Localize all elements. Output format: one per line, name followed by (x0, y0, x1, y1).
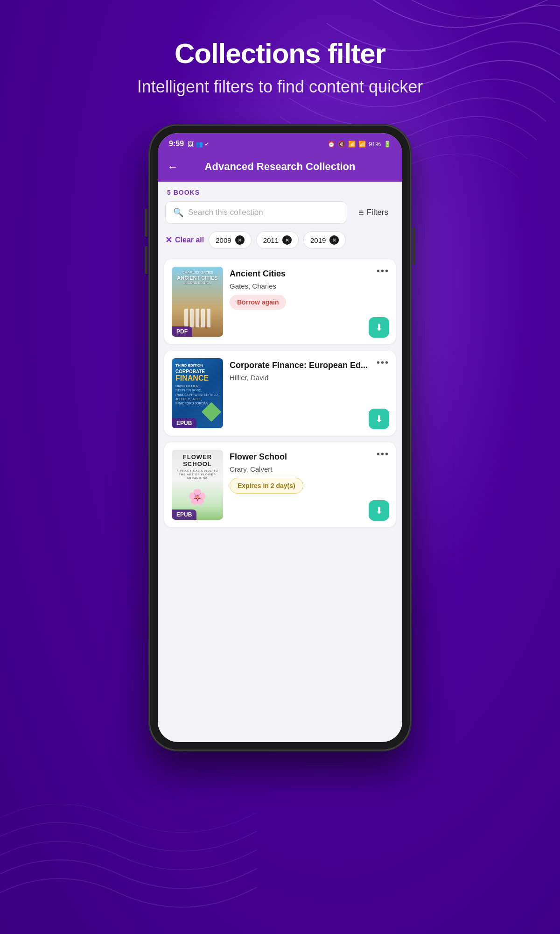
clear-x-icon: ✕ (165, 235, 172, 245)
filter-chip-2019: 2019 ✕ (303, 231, 346, 249)
download-icon: ⬇ (375, 322, 383, 333)
status-bar: 9:59 🖼 👥 ✓ ⏰ 🔇 📶 📶 91% 🔋 (158, 133, 402, 154)
book-author-flower: Crary, Calvert (230, 465, 388, 473)
book-title-flower: Flower School (230, 452, 388, 462)
mute-icon: 🔇 (338, 141, 345, 148)
book-info-ancient-cities: ••• Ancient Cities Gates, Charles Borrow… (230, 267, 388, 337)
download-icon: ⬇ (375, 505, 383, 516)
cover-title-corporate: third edition CORPORATE FINANCE David Hi… (175, 364, 219, 405)
filters-button[interactable]: ≡ Filters (352, 202, 395, 224)
search-box[interactable]: 🔍 Search this collection (165, 201, 347, 224)
nav-title: Advanced Research Collection (186, 161, 374, 173)
download-button-corporate[interactable]: ⬇ (369, 409, 389, 429)
download-icon: ⬇ (375, 413, 383, 425)
books-count-section: 5 BOOKS (158, 182, 402, 201)
expires-button: Expires in 2 day(s) (230, 478, 303, 494)
filter-label: Filters (367, 208, 388, 217)
cover-title-ancient: Charles Gates ANCIENT CITIES Second Edit… (172, 270, 223, 285)
phone-frame: 9:59 🖼 👥 ✓ ⏰ 🔇 📶 📶 91% 🔋 ← Advanced Rese… (149, 125, 411, 750)
volume-up-button (145, 209, 147, 237)
phone-screen: 9:59 🖼 👥 ✓ ⏰ 🔇 📶 📶 91% 🔋 ← Advanced Rese… (158, 133, 402, 742)
filter-chip-2011: 2011 ✕ (256, 231, 299, 249)
format-badge-ancient: PDF (172, 326, 192, 337)
status-right-icons: ⏰ 🔇 📶 📶 91% 🔋 (328, 141, 391, 148)
book-author-corporate: Hillier, David (230, 374, 388, 382)
chip-remove-2011[interactable]: ✕ (282, 235, 292, 245)
book-cover-ancient-cities: Charles Gates ANCIENT CITIES Second Edit… (172, 267, 223, 337)
phone-mockup: 9:59 🖼 👥 ✓ ⏰ 🔇 📶 📶 91% 🔋 ← Advanced Rese… (0, 125, 560, 750)
filter-chip-2009: 2009 ✕ (209, 231, 251, 249)
book-title-ancient: Ancient Cities (230, 269, 388, 279)
status-time: 9:59 (169, 140, 184, 148)
chip-year-2009: 2009 (216, 236, 231, 244)
filter-chips-row: ✕ Clear all 2009 ✕ 2011 ✕ 2019 ✕ (158, 229, 402, 255)
books-list: Charles Gates ANCIENT CITIES Second Edit… (158, 255, 402, 531)
filter-icon: ≡ (358, 207, 364, 218)
book-info-flower-school: ••• Flower School Crary, Calvert Expires… (230, 450, 388, 520)
chip-year-2011: 2011 (263, 236, 279, 244)
page-title: Collections filter (0, 37, 560, 70)
search-icon: 🔍 (173, 207, 183, 218)
cover-columns (176, 309, 218, 327)
clear-all-button[interactable]: ✕ Clear all (165, 235, 204, 245)
chip-remove-2019[interactable]: ✕ (329, 235, 339, 245)
more-options-flower[interactable]: ••• (377, 449, 389, 460)
status-left: 9:59 🖼 👥 ✓ (169, 140, 210, 148)
chip-remove-2009[interactable]: ✕ (235, 235, 245, 245)
format-badge-corporate: EPUB (172, 418, 196, 428)
chip-year-2019: 2019 (310, 236, 326, 244)
search-placeholder: Search this collection (188, 208, 263, 217)
book-card-ancient-cities: Charles Gates ANCIENT CITIES Second Edit… (164, 259, 396, 344)
more-options-ancient[interactable]: ••• (377, 266, 389, 276)
book-cover-corporate-finance: third edition CORPORATE FINANCE David Hi… (172, 358, 223, 428)
download-button-ancient[interactable]: ⬇ (369, 317, 389, 338)
book-author-ancient: Gates, Charles (230, 282, 388, 290)
content-area: 5 BOOKS 🔍 Search this collection ≡ Filte… (158, 182, 402, 742)
book-cover-flower-school: FLOWERSCHOOL A Practical Guide to the Ar… (172, 450, 223, 520)
alarm-icon: ⏰ (328, 141, 335, 148)
wifi-icon: 📶 (348, 141, 356, 148)
book-title-corporate: Corporate Finance: European Ed... (230, 360, 388, 371)
search-filter-row: 🔍 Search this collection ≡ Filters (158, 201, 402, 229)
download-button-flower[interactable]: ⬇ (369, 500, 389, 521)
cover-roses: 🌸 (172, 488, 223, 506)
signal-icon: 📶 (358, 141, 366, 148)
borrow-again-button[interactable]: Borrow again (230, 295, 286, 310)
book-card-corporate-finance: third edition CORPORATE FINANCE David Hi… (164, 351, 396, 436)
cover-title-flower: FLOWERSCHOOL A Practical Guide to the Ar… (175, 453, 220, 480)
page-header: Collections filter Intelligent filters t… (0, 0, 560, 97)
book-card-flower-school: FLOWERSCHOOL A Practical Guide to the Ar… (164, 442, 396, 527)
format-badge-flower: EPUB (172, 509, 196, 520)
status-notification-icons: 🖼 👥 ✓ (188, 141, 210, 148)
power-button (413, 227, 415, 265)
book-info-corporate-finance: ••• Corporate Finance: European Ed... Hi… (230, 358, 388, 428)
back-button[interactable]: ← (167, 160, 178, 173)
more-options-corporate[interactable]: ••• (377, 357, 389, 368)
nav-bar: ← Advanced Research Collection (158, 154, 402, 182)
clear-all-label: Clear all (175, 236, 204, 244)
battery-label: 91% (369, 141, 381, 148)
books-count-label: 5 BOOKS (167, 189, 200, 196)
page-subtitle: Intelligent filters to find content quic… (0, 77, 560, 97)
volume-down-button (145, 246, 147, 274)
battery-icon: 🔋 (384, 141, 391, 148)
